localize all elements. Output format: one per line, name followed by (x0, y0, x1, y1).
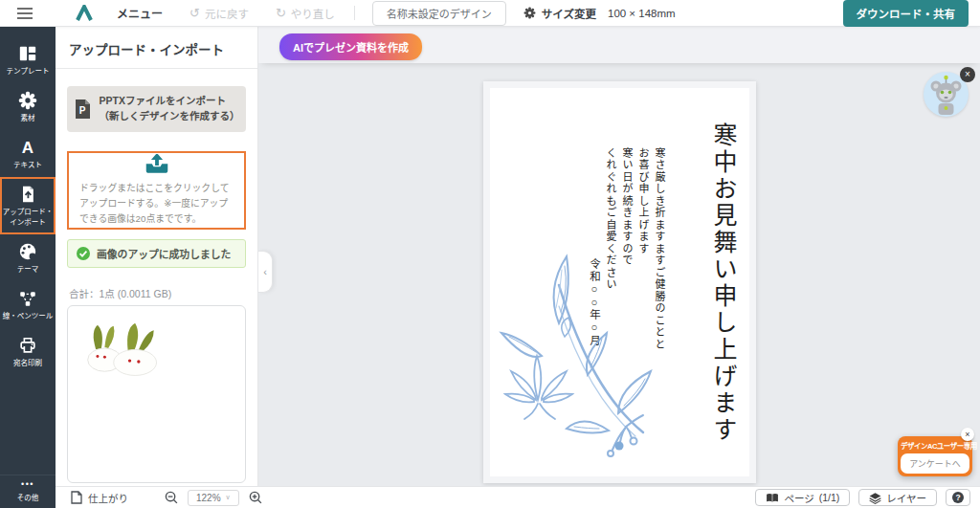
redo-label: やり直し (291, 6, 335, 21)
pptx-button-line2: （新しくデザインを作成する） (100, 109, 240, 124)
left-sidebar: テンプレート 素材 A テキスト アップロード・インポート テーマ 線・ペンツー… (0, 27, 56, 508)
check-circle-icon (77, 247, 90, 260)
layers-label: レイヤー (886, 491, 926, 505)
flower-illustration (492, 249, 655, 467)
design-card-page: 寒中お見舞い申し上げます 寒さ厳しき折ますますご健勝のことと お喜び申し上げます… (490, 88, 749, 476)
template-icon (18, 44, 37, 63)
palette-icon (18, 242, 37, 261)
pages-label: ページ (784, 491, 813, 505)
zoom-in-button[interactable] (245, 491, 266, 504)
undo-icon: ↺ (189, 7, 200, 19)
design-card[interactable]: 寒中お見舞い申し上げます 寒さ厳しき折ますますご健勝のことと お喜び申し上げます… (483, 81, 756, 483)
survey-link-button[interactable]: アンケートへ (901, 453, 969, 474)
design-editor-app: メニュー ↺ 元に戻す ↻ やり直し 名称未設定のデザイン サイズ変更 100 … (0, 0, 980, 508)
uploaded-image-thumbnail[interactable] (83, 320, 164, 380)
sidebar-item-materials[interactable]: 素材 (0, 83, 56, 130)
more-dots-icon: ••• (21, 480, 34, 489)
sidebar-item-pen-tool[interactable]: 線・ペンツール (0, 281, 56, 328)
success-message: 画像のアップに成功しました (97, 246, 231, 261)
layers-button[interactable]: レイヤー (858, 489, 937, 506)
close-icon: × (965, 69, 970, 79)
help-icon: ? (952, 492, 964, 503)
pen-nodes-icon (18, 289, 37, 308)
chevron-down-icon: ∨ (226, 494, 231, 501)
uploads-total-label: 合計：1点 (0.0011 GB) (69, 286, 244, 300)
sidebar-item-template[interactable]: テンプレート (0, 36, 56, 83)
pptx-button-line1: PPTXファイルをインポート (100, 94, 240, 109)
pptx-file-icon: P (74, 99, 92, 120)
menu-button[interactable]: メニュー (103, 5, 176, 21)
help-button[interactable]: ? (946, 489, 970, 506)
survey-popup-header: デザインACユーザー専用 (901, 439, 969, 453)
book-icon (766, 493, 779, 503)
panel-collapse-handle[interactable]: ‹ (258, 251, 273, 293)
canvas-size-value: 100 × 148mm (608, 8, 676, 19)
panel-title: アップロード・インポート (56, 27, 257, 69)
redo-icon: ↻ (276, 7, 286, 19)
sidebar-item-more[interactable]: ••• その他 (0, 475, 56, 508)
zoom-level-value: 122% (196, 493, 221, 503)
snow-rabbits-image (83, 320, 164, 376)
top-toolbar: メニュー ↺ 元に戻す ↻ やり直し 名称未設定のデザイン サイズ変更 100 … (0, 0, 980, 27)
pptx-import-button[interactable]: P PPTXファイルをインポート （新しくデザインを作成する） (67, 86, 246, 132)
upload-dropzone[interactable]: ドラッグまたはここをクリックしてアップロードする。※一度にアップできる画像は20… (67, 151, 246, 230)
card-body-line[interactable]: お喜び申し上げます (635, 147, 651, 255)
survey-close-button[interactable]: × (961, 428, 974, 441)
finish-view-button[interactable]: 仕上がり (71, 491, 128, 505)
sidebar-item-text[interactable]: A テキスト (0, 130, 56, 177)
svg-text:A: A (22, 139, 33, 157)
gear-icon (523, 7, 536, 19)
zoom-in-icon (249, 491, 262, 504)
download-share-button[interactable]: ダウンロード・共有 (843, 0, 969, 27)
ai-presentation-button[interactable]: AIでプレゼン資料を作成 (279, 33, 422, 60)
survey-popup: デザインACユーザー専用 アンケートへ × (898, 436, 972, 476)
redo-button[interactable]: ↻ やり直し (262, 6, 348, 21)
svg-text:P: P (78, 105, 85, 116)
hamburger-menu-icon[interactable] (0, 8, 50, 19)
zoom-out-button[interactable] (161, 491, 182, 504)
undo-button[interactable]: ↺ 元に戻す (176, 6, 262, 21)
upload-import-panel: アップロード・インポート P PPTXファイルをインポート （新しくデザインを作… (56, 27, 258, 486)
page-icon (71, 491, 82, 504)
gear-icon (18, 91, 37, 110)
upload-success-banner: 画像のアップに成功しました (67, 239, 246, 268)
assistant-close-button[interactable]: × (960, 67, 975, 82)
pages-count: (1/1) (819, 492, 840, 503)
printer-icon (18, 336, 37, 355)
resize-label: サイズ変更 (542, 6, 596, 21)
sidebar-item-address-print[interactable]: 宛名印刷 (0, 328, 56, 375)
bottom-toolbar: 仕上がり 122% ∨ ページ (1/1) レイヤー ? (56, 486, 980, 508)
uploaded-images-list (67, 305, 246, 484)
zoom-level-dropdown[interactable]: 122% ∨ (188, 490, 239, 506)
finish-label: 仕上がり (88, 491, 128, 505)
layers-icon (869, 492, 881, 504)
design-name-input[interactable]: 名称未設定のデザイン (372, 1, 506, 26)
chevron-left-icon: ‹ (263, 266, 267, 277)
canvas-area: AIでプレゼン資料を作成 寒中お見舞い申し上げます 寒さ厳しき折ますますご健勝の… (258, 27, 980, 486)
undo-label: 元に戻す (205, 6, 249, 21)
text-icon: A (18, 138, 37, 157)
toolbar-divider (354, 6, 355, 20)
pages-button[interactable]: ページ (1/1) (755, 489, 850, 506)
dropzone-instructions: ドラッグまたはここをクリックしてアップロードする。※一度にアップできる画像は20… (69, 181, 244, 227)
sidebar-item-theme[interactable]: テーマ (0, 234, 56, 281)
close-icon: × (965, 430, 969, 439)
zoom-out-icon (165, 491, 178, 504)
card-title-text[interactable]: 寒中お見舞い申し上げます (705, 122, 740, 444)
app-logo-icon[interactable] (75, 5, 94, 21)
upload-tray-icon (144, 153, 170, 175)
sidebar-item-upload-import[interactable]: アップロード・インポート (0, 177, 56, 233)
resize-button[interactable]: サイズ変更 (518, 6, 602, 21)
file-upload-icon (18, 185, 37, 204)
